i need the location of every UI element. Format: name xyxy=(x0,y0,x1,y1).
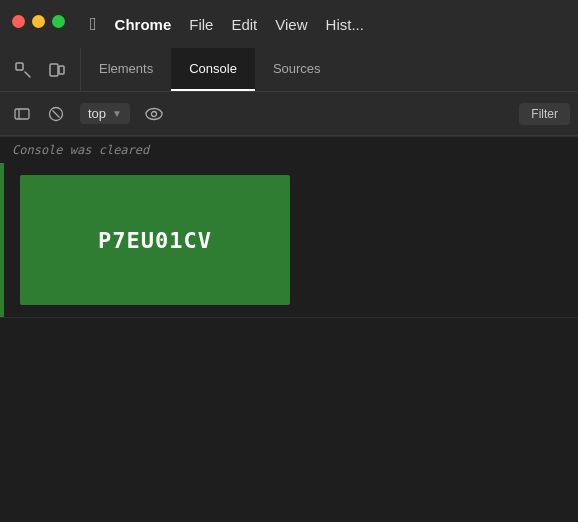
minimize-button[interactable] xyxy=(32,15,45,28)
svg-rect-3 xyxy=(15,109,29,119)
svg-point-8 xyxy=(151,111,156,116)
menu-chrome[interactable]: Chrome xyxy=(115,16,172,33)
svg-point-7 xyxy=(146,108,162,119)
svg-rect-1 xyxy=(50,64,58,76)
live-expressions-icon[interactable] xyxy=(140,100,168,128)
svg-rect-0 xyxy=(16,63,23,70)
menu-history[interactable]: Hist... xyxy=(326,16,364,33)
filter-button[interactable]: Filter xyxy=(519,103,570,125)
context-selector[interactable]: top ▼ xyxy=(80,103,130,124)
inspect-element-icon[interactable] xyxy=(10,57,36,83)
log-body: P7EU01CV xyxy=(4,163,578,317)
clear-console-icon[interactable] xyxy=(42,100,70,128)
menu-edit[interactable]: Edit xyxy=(231,16,257,33)
svg-line-6 xyxy=(53,110,60,117)
title-bar-menu: Chrome File Edit View Hist... xyxy=(115,16,364,33)
fullscreen-button[interactable] xyxy=(52,15,65,28)
device-toolbar-icon[interactable] xyxy=(44,57,70,83)
tab-console[interactable]: Console xyxy=(171,48,255,91)
console-log-entry: P7EU01CV xyxy=(0,163,578,318)
apple-icon:  xyxy=(90,14,97,35)
menu-file[interactable]: File xyxy=(189,16,213,33)
tab-elements[interactable]: Elements xyxy=(81,48,171,91)
menu-view[interactable]: View xyxy=(275,16,307,33)
tab-sources[interactable]: Sources xyxy=(255,48,339,91)
console-toolbar: top ▼ Filter xyxy=(0,92,578,136)
green-box-text: P7EU01CV xyxy=(98,228,212,253)
console-cleared-message: Console was cleared xyxy=(0,136,578,163)
context-label: top xyxy=(88,106,106,121)
sidebar-toggle-icon[interactable] xyxy=(8,100,36,128)
devtools-tabs: Elements Console Sources xyxy=(81,48,578,91)
chevron-down-icon: ▼ xyxy=(112,108,122,119)
svg-rect-2 xyxy=(59,66,64,74)
devtools-panel: Elements Console Sources top ▼ xyxy=(0,48,578,522)
devtools-tab-bar: Elements Console Sources xyxy=(0,48,578,92)
close-button[interactable] xyxy=(12,15,25,28)
console-output: Console was cleared P7EU01CV xyxy=(0,136,578,522)
green-box: P7EU01CV xyxy=(20,175,290,305)
